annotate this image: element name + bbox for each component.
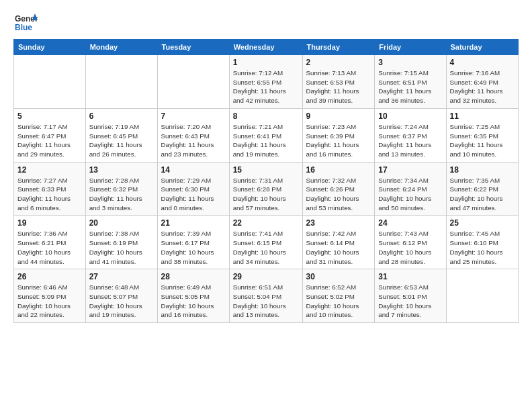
day-info: Sunrise: 6:48 AM Sunset: 5:07 PM Dayligh… bbox=[89, 283, 154, 320]
day-info: Sunrise: 7:15 AM Sunset: 6:51 PM Dayligh… bbox=[378, 68, 442, 105]
day-info: Sunrise: 7:27 AM Sunset: 6:33 PM Dayligh… bbox=[17, 176, 82, 213]
day-number: 27 bbox=[89, 272, 154, 281]
calendar-cell: 4Sunrise: 7:16 AM Sunset: 6:49 PM Daylig… bbox=[446, 55, 519, 109]
calendar-cell: 13Sunrise: 7:28 AM Sunset: 6:32 PM Dayli… bbox=[85, 162, 157, 216]
day-number: 3 bbox=[378, 58, 442, 67]
day-number: 24 bbox=[378, 218, 442, 228]
day-info: Sunrise: 7:29 AM Sunset: 6:30 PM Dayligh… bbox=[161, 176, 226, 213]
day-number: 18 bbox=[450, 165, 515, 175]
calendar-cell: 14Sunrise: 7:29 AM Sunset: 6:30 PM Dayli… bbox=[157, 162, 229, 216]
day-number: 26 bbox=[17, 272, 82, 281]
calendar-week-row: 19Sunrise: 7:36 AM Sunset: 6:21 PM Dayli… bbox=[14, 216, 519, 269]
day-info: Sunrise: 7:38 AM Sunset: 6:19 PM Dayligh… bbox=[89, 229, 154, 266]
day-info: Sunrise: 7:31 AM Sunset: 6:28 PM Dayligh… bbox=[233, 176, 299, 213]
weekday-header-friday: Friday bbox=[375, 40, 446, 55]
day-info: Sunrise: 7:16 AM Sunset: 6:49 PM Dayligh… bbox=[450, 68, 515, 105]
day-info: Sunrise: 7:24 AM Sunset: 6:37 PM Dayligh… bbox=[378, 122, 442, 159]
calendar-cell: 16Sunrise: 7:32 AM Sunset: 6:26 PM Dayli… bbox=[302, 162, 375, 216]
weekday-header-tuesday: Tuesday bbox=[157, 40, 229, 55]
calendar-cell: 12Sunrise: 7:27 AM Sunset: 6:33 PM Dayli… bbox=[14, 162, 86, 216]
day-info: Sunrise: 7:45 AM Sunset: 6:10 PM Dayligh… bbox=[450, 229, 515, 266]
calendar-cell bbox=[157, 55, 229, 109]
day-number: 2 bbox=[306, 58, 371, 67]
day-number: 6 bbox=[89, 111, 154, 121]
logo: General Blue bbox=[13, 11, 38, 35]
day-number: 28 bbox=[161, 272, 226, 281]
day-info: Sunrise: 7:25 AM Sunset: 6:35 PM Dayligh… bbox=[450, 122, 515, 159]
calendar-cell: 6Sunrise: 7:19 AM Sunset: 6:45 PM Daylig… bbox=[85, 108, 157, 162]
calendar-cell: 25Sunrise: 7:45 AM Sunset: 6:10 PM Dayli… bbox=[446, 216, 519, 269]
svg-text:Blue: Blue bbox=[15, 23, 32, 32]
calendar-cell: 11Sunrise: 7:25 AM Sunset: 6:35 PM Dayli… bbox=[446, 108, 519, 162]
day-info: Sunrise: 7:12 AM Sunset: 6:55 PM Dayligh… bbox=[233, 68, 299, 105]
weekday-header-sunday: Sunday bbox=[14, 40, 86, 55]
day-info: Sunrise: 7:23 AM Sunset: 6:39 PM Dayligh… bbox=[306, 122, 371, 159]
calendar-cell: 2Sunrise: 7:13 AM Sunset: 6:53 PM Daylig… bbox=[302, 55, 375, 109]
day-number: 22 bbox=[233, 218, 299, 228]
calendar-header-row: SundayMondayTuesdayWednesdayThursdayFrid… bbox=[14, 40, 519, 55]
weekday-header-monday: Monday bbox=[85, 40, 157, 55]
calendar-cell: 21Sunrise: 7:39 AM Sunset: 6:17 PM Dayli… bbox=[157, 216, 229, 269]
calendar-cell: 31Sunrise: 6:53 AM Sunset: 5:01 PM Dayli… bbox=[375, 269, 446, 323]
day-number: 21 bbox=[161, 218, 226, 228]
day-number: 5 bbox=[17, 111, 82, 121]
calendar-table: SundayMondayTuesdayWednesdayThursdayFrid… bbox=[13, 39, 519, 323]
day-info: Sunrise: 6:46 AM Sunset: 5:09 PM Dayligh… bbox=[17, 283, 82, 320]
day-number: 19 bbox=[17, 218, 82, 228]
weekday-header-wednesday: Wednesday bbox=[229, 40, 302, 55]
calendar-cell: 1Sunrise: 7:12 AM Sunset: 6:55 PM Daylig… bbox=[229, 55, 302, 109]
calendar-week-row: 1Sunrise: 7:12 AM Sunset: 6:55 PM Daylig… bbox=[14, 55, 519, 109]
calendar-week-row: 26Sunrise: 6:46 AM Sunset: 5:09 PM Dayli… bbox=[14, 269, 519, 323]
day-number: 8 bbox=[233, 111, 299, 121]
day-number: 10 bbox=[378, 111, 442, 121]
day-info: Sunrise: 7:39 AM Sunset: 6:17 PM Dayligh… bbox=[161, 229, 226, 266]
header: General Blue bbox=[13, 11, 519, 35]
calendar-cell: 24Sunrise: 7:43 AM Sunset: 6:12 PM Dayli… bbox=[375, 216, 446, 269]
calendar-cell: 18Sunrise: 7:35 AM Sunset: 6:22 PM Dayli… bbox=[446, 162, 519, 216]
day-info: Sunrise: 6:49 AM Sunset: 5:05 PM Dayligh… bbox=[161, 283, 226, 320]
calendar-cell: 26Sunrise: 6:46 AM Sunset: 5:09 PM Dayli… bbox=[14, 269, 86, 323]
weekday-header-saturday: Saturday bbox=[446, 40, 519, 55]
calendar-cell: 28Sunrise: 6:49 AM Sunset: 5:05 PM Dayli… bbox=[157, 269, 229, 323]
day-info: Sunrise: 7:41 AM Sunset: 6:15 PM Dayligh… bbox=[233, 229, 299, 266]
calendar-cell: 15Sunrise: 7:31 AM Sunset: 6:28 PM Dayli… bbox=[229, 162, 302, 216]
day-number: 7 bbox=[161, 111, 226, 121]
day-number: 15 bbox=[233, 165, 299, 175]
day-info: Sunrise: 7:13 AM Sunset: 6:53 PM Dayligh… bbox=[306, 68, 371, 105]
day-number: 23 bbox=[306, 218, 371, 228]
calendar-cell: 29Sunrise: 6:51 AM Sunset: 5:04 PM Dayli… bbox=[229, 269, 302, 323]
calendar-cell: 8Sunrise: 7:21 AM Sunset: 6:41 PM Daylig… bbox=[229, 108, 302, 162]
day-info: Sunrise: 6:51 AM Sunset: 5:04 PM Dayligh… bbox=[233, 283, 299, 320]
calendar-cell bbox=[14, 55, 86, 109]
day-number: 11 bbox=[450, 111, 515, 121]
day-info: Sunrise: 6:53 AM Sunset: 5:01 PM Dayligh… bbox=[378, 283, 442, 320]
day-info: Sunrise: 7:35 AM Sunset: 6:22 PM Dayligh… bbox=[450, 176, 515, 213]
day-info: Sunrise: 7:19 AM Sunset: 6:45 PM Dayligh… bbox=[89, 122, 154, 159]
calendar-cell: 20Sunrise: 7:38 AM Sunset: 6:19 PM Dayli… bbox=[85, 216, 157, 269]
day-number: 9 bbox=[306, 111, 371, 121]
calendar-cell: 23Sunrise: 7:42 AM Sunset: 6:14 PM Dayli… bbox=[302, 216, 375, 269]
logo-icon: General Blue bbox=[13, 11, 38, 35]
calendar-cell bbox=[446, 269, 519, 323]
calendar-cell: 3Sunrise: 7:15 AM Sunset: 6:51 PM Daylig… bbox=[375, 55, 446, 109]
day-info: Sunrise: 6:52 AM Sunset: 5:02 PM Dayligh… bbox=[306, 283, 371, 320]
day-number: 1 bbox=[233, 58, 299, 67]
day-info: Sunrise: 7:32 AM Sunset: 6:26 PM Dayligh… bbox=[306, 176, 371, 213]
day-number: 31 bbox=[378, 272, 442, 281]
calendar-cell: 5Sunrise: 7:17 AM Sunset: 6:47 PM Daylig… bbox=[14, 108, 86, 162]
calendar-week-row: 12Sunrise: 7:27 AM Sunset: 6:33 PM Dayli… bbox=[14, 162, 519, 216]
day-info: Sunrise: 7:21 AM Sunset: 6:41 PM Dayligh… bbox=[233, 122, 299, 159]
day-number: 16 bbox=[306, 165, 371, 175]
day-info: Sunrise: 7:34 AM Sunset: 6:24 PM Dayligh… bbox=[378, 176, 442, 213]
day-info: Sunrise: 7:20 AM Sunset: 6:43 PM Dayligh… bbox=[161, 122, 226, 159]
day-info: Sunrise: 7:43 AM Sunset: 6:12 PM Dayligh… bbox=[378, 229, 442, 266]
day-info: Sunrise: 7:28 AM Sunset: 6:32 PM Dayligh… bbox=[89, 176, 154, 213]
calendar-cell: 22Sunrise: 7:41 AM Sunset: 6:15 PM Dayli… bbox=[229, 216, 302, 269]
calendar-cell: 27Sunrise: 6:48 AM Sunset: 5:07 PM Dayli… bbox=[85, 269, 157, 323]
day-info: Sunrise: 7:36 AM Sunset: 6:21 PM Dayligh… bbox=[17, 229, 82, 266]
calendar-cell: 9Sunrise: 7:23 AM Sunset: 6:39 PM Daylig… bbox=[302, 108, 375, 162]
day-number: 30 bbox=[306, 272, 371, 281]
day-info: Sunrise: 7:42 AM Sunset: 6:14 PM Dayligh… bbox=[306, 229, 371, 266]
calendar-cell: 19Sunrise: 7:36 AM Sunset: 6:21 PM Dayli… bbox=[14, 216, 86, 269]
calendar-week-row: 5Sunrise: 7:17 AM Sunset: 6:47 PM Daylig… bbox=[14, 108, 519, 162]
